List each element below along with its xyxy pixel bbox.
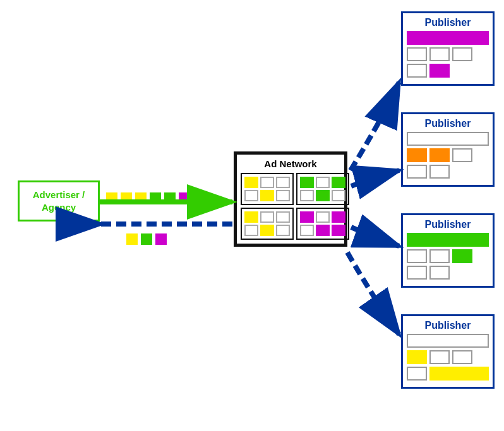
- publisher-1: Publisher: [401, 11, 495, 86]
- adnetwork-to-advertiser-squares: [126, 233, 167, 245]
- publisher-2-title: Publisher: [407, 118, 489, 129]
- adnetwork-box: Ad Network: [234, 151, 347, 247]
- adnetwork-to-pub1-arrow: [351, 82, 399, 170]
- advertiser-box: Advertiser /Agency: [18, 180, 100, 221]
- adnetwork-to-pub4-arrow: [347, 252, 399, 334]
- publisher-4-title: Publisher: [407, 320, 489, 331]
- adnetwork-to-pub3-arrow: [351, 227, 399, 246]
- publisher-2: Publisher: [401, 112, 495, 187]
- publisher-1-title: Publisher: [407, 17, 489, 28]
- adnetwork-title: Ad Network: [241, 158, 340, 169]
- adnetwork-to-pub2-arrow: [351, 170, 399, 186]
- publisher-3-title: Publisher: [407, 219, 489, 230]
- publisher-4: Publisher: [401, 314, 495, 389]
- publisher-3: Publisher: [401, 213, 495, 288]
- advertiser-title: Advertiser /Agency: [25, 189, 93, 213]
- advertiser-to-adnetwork-squares: [106, 192, 205, 204]
